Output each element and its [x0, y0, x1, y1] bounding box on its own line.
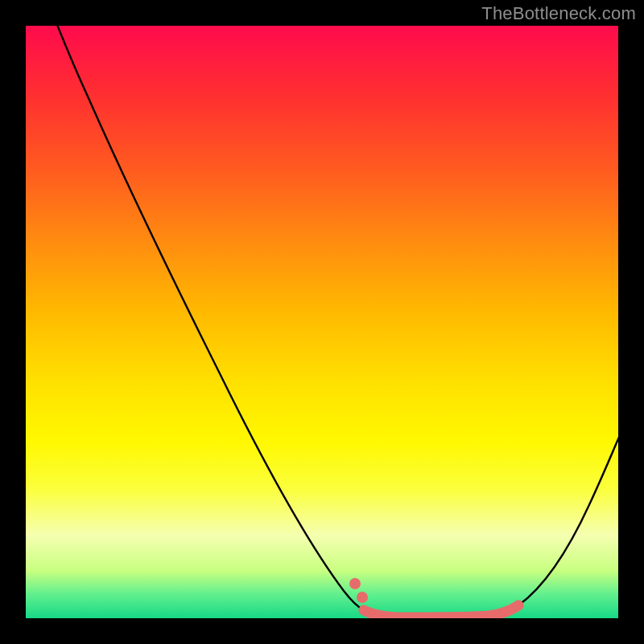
pass-band-highlight [364, 605, 518, 617]
bottleneck-curve [39, 26, 618, 617]
plot-area [26, 26, 618, 618]
chart-stage: TheBottleneck.com [0, 0, 644, 644]
marker-dot [357, 592, 368, 603]
watermark-text: TheBottleneck.com [481, 3, 636, 24]
curve-layer [26, 26, 618, 618]
marker-dot [349, 578, 361, 589]
